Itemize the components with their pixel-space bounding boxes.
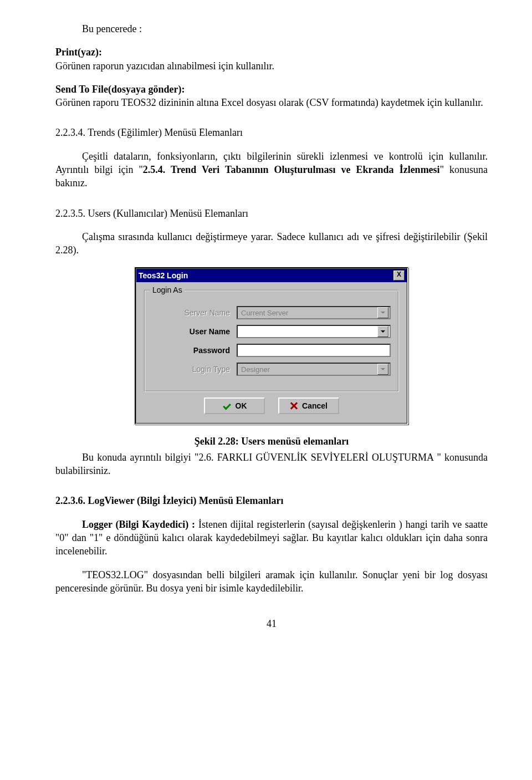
- cancel-label: Cancel: [302, 401, 328, 411]
- trends-body: Çeşitli dataların, fonksiyonların, çıktı…: [55, 150, 488, 190]
- users-body: Çalışma sırasında kullanıcı değiştirmeye…: [55, 230, 488, 257]
- users-ref-mid: 2.6. FARKLI GÜVENLİK SEVİYELERİ OLUŞTURM…: [198, 452, 433, 463]
- cancel-button[interactable]: Cancel: [278, 397, 339, 414]
- logintype-dropdown-button: [377, 364, 388, 375]
- logviewer-heading: 2.2.3.6. LogViewer (Bilgi İzleyici) Menü…: [55, 494, 488, 507]
- logger-body: Logger (Bilgi Kaydedici) : İstenen dijit…: [55, 518, 488, 558]
- logintype-label: Login Type: [152, 364, 237, 375]
- x-icon: [290, 402, 298, 410]
- page-number: 41: [55, 617, 488, 630]
- figure-caption: Şekil 2.28: Users menüsü elemanları: [55, 435, 488, 448]
- users-heading: 2.2.3.5. Users (Kullanıcılar) Menüsü Ele…: [55, 207, 488, 220]
- sendfile-section: Send To File(dosyaya gönder): Görünen ra…: [55, 83, 488, 110]
- trends-heading: 2.2.3.4. Trends (Eğilimler) Menüsü Elema…: [55, 126, 488, 139]
- teoslog-body: "TEOS32.LOG" dosyasından belli bilgileri…: [55, 568, 488, 595]
- users-ref-pre: Bu konuda ayrıntılı bilgiyi ": [82, 452, 198, 463]
- login-dialog: Teos32 Login X Login As Server Name Curr…: [135, 267, 408, 425]
- print-section: Print(yaz): Görünen raporun yazıcıdan al…: [55, 45, 488, 73]
- print-title: Print(yaz):: [55, 47, 102, 58]
- sendfile-body: Görünen raporu TEOS32 dizininin altına E…: [55, 97, 483, 108]
- print-body: Görünen raporun yazıcıdan alınabilmesi i…: [55, 60, 274, 72]
- server-row: Server Name Current Server: [152, 306, 391, 319]
- groupbox-label: Login As: [150, 285, 185, 295]
- password-field[interactable]: [237, 344, 391, 357]
- password-row: Password: [152, 344, 391, 357]
- logintype-field: Designer: [237, 363, 391, 376]
- sendfile-title: Send To File(dosyaya gönder):: [55, 84, 185, 95]
- logintype-value: Designer: [241, 365, 270, 375]
- username-label: User Name: [152, 327, 237, 337]
- server-label: Server Name: [152, 308, 237, 318]
- server-value: Current Server: [241, 308, 288, 318]
- trends-ref: 2.5.4. Trend Veri Tabanının Oluşturulmas…: [143, 164, 440, 175]
- users-ref: Bu konuda ayrıntılı bilgiyi "2.6. FARKLI…: [55, 451, 488, 478]
- server-field: Current Server: [237, 306, 391, 319]
- check-icon: [222, 402, 231, 409]
- dialog-titlebar: Teos32 Login X: [136, 269, 407, 283]
- close-icon: X: [397, 271, 401, 278]
- username-row: User Name: [152, 325, 391, 338]
- username-dropdown-button[interactable]: [377, 326, 388, 337]
- close-button[interactable]: X: [393, 271, 405, 281]
- ok-label: OK: [236, 401, 247, 411]
- dialog-title: Teos32 Login: [139, 271, 188, 281]
- ok-button[interactable]: OK: [204, 397, 265, 414]
- password-label: Password: [152, 345, 237, 356]
- login-dialog-wrap: Teos32 Login X Login As Server Name Curr…: [55, 267, 488, 425]
- logintype-row: Login Type Designer: [152, 363, 391, 376]
- username-field[interactable]: [237, 325, 391, 338]
- login-groupbox: Login As Server Name Current Server User…: [144, 290, 399, 392]
- intro-text: Bu pencerede :: [55, 22, 488, 35]
- dialog-button-row: OK Cancel: [136, 397, 407, 414]
- logger-label: Logger (Bilgi Kaydedici) :: [82, 519, 195, 530]
- server-dropdown-button: [377, 307, 388, 318]
